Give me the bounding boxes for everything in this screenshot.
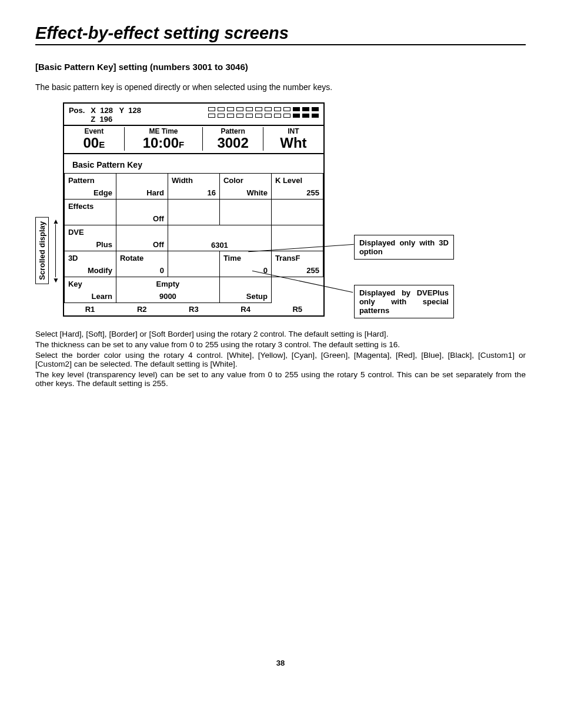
table-row: Effects [64,200,323,212]
r2-label: R2 [116,303,168,315]
callout-dveplus: Displayed by DVEPlus only with special p… [354,285,454,318]
pos-x-value: 128 [100,106,113,115]
table-row: Pattern Width Color K Level [64,174,323,187]
big-header-row: Event 00E ME Time 10:00F Pattern 3002 IN… [64,125,323,153]
scrolled-display-label-group: Scrolled display ▲ ▼ [35,185,63,317]
metime-label: ME Time [125,127,202,135]
position-row: Pos. X 128 Y 128 Z 196 [64,104,323,125]
int-value: Wht [263,135,323,151]
table-row: DVE 6301 [64,225,323,238]
event-label: Event [64,127,124,135]
int-label: INT [263,127,323,135]
metime-value: 10:00 [143,135,179,151]
section-header: Basic Pattern Key [64,153,323,173]
scrolled-display-label: Scrolled display [35,217,49,284]
intro-text: The basic pattern key is opened directly… [35,82,526,92]
level-bars [208,106,319,124]
pattern-value: 3002 [203,135,263,151]
event-suffix: E [99,139,105,149]
pos-z-label: Z [91,115,95,124]
table-row: Modify 0 0 255 [64,264,323,277]
pos-y-label: Y [119,106,124,115]
callout-3d-option: Displayed only with 3D option [354,235,454,260]
screen-panel: Pos. X 128 Y 128 Z 196 [63,102,325,317]
scroll-arrow: ▲ ▼ [52,218,59,283]
rotary-labels: R1 R2 R3 R4 R5 [64,303,323,315]
table-row: Key Empty [64,277,323,290]
table-row: 3D Rotate Time TransF [64,251,323,264]
body-line: The thickness can be set to any value fr… [35,340,526,349]
body-line: Select the border color using the rotary… [35,351,526,368]
metime-suffix: F [179,139,184,149]
page-number: 38 [35,659,526,667]
pos-label: Pos. [69,106,85,115]
body-line: The key level (transparency level) can b… [35,370,526,388]
pos-x-label: X [91,106,96,115]
callouts: Displayed only with 3D option Displayed … [325,102,454,317]
body-line: Select [Hard], [Soft], [Border] or [Soft… [35,330,526,338]
pos-y-value: 128 [128,106,141,115]
pattern-label: Pattern [203,127,263,135]
r4-label: R4 [220,303,272,315]
settings-grid: Pattern Width Color K Level Edge Hard 16… [64,173,323,303]
event-value: 00 [83,135,99,151]
table-row: Edge Hard 16 White 255 [64,187,323,200]
r5-label: R5 [272,303,323,315]
r1-label: R1 [64,303,116,315]
subtitle: [Basic Pattern Key] setting (numbers 300… [35,62,526,72]
diagram: Scrolled display ▲ ▼ Pos. X 128 Y 128 Z [35,102,526,317]
body-text: Select [Hard], [Soft], [Border] or [Soft… [35,330,526,388]
page-title: Effect-by-effect setting screens [35,24,526,45]
r3-label: R3 [168,303,219,315]
table-row: Off [64,212,323,225]
pos-z-value: 196 [100,115,113,124]
